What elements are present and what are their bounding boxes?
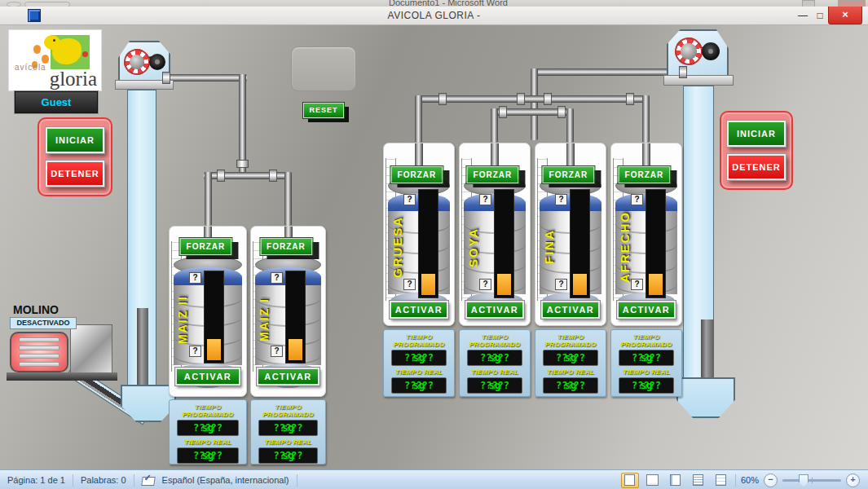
level-bottom-value: ? — [479, 279, 491, 290]
reset-button[interactable]: RESET — [303, 103, 344, 118]
silo-level-gauge — [645, 189, 666, 298]
pipe — [531, 68, 538, 140]
right-elevator-plate — [663, 75, 734, 86]
draft-view-button[interactable] — [712, 473, 730, 488]
level-bottom-value: ? — [189, 346, 201, 357]
zoom-in-button[interactable]: + — [846, 474, 860, 487]
word-count[interactable]: Palabras: 0 — [81, 475, 126, 485]
pipe — [642, 95, 650, 143]
pipe — [415, 95, 650, 103]
tiempo-real-display: ?????sg — [177, 447, 239, 464]
detener-button-left[interactable]: DETENER — [46, 161, 104, 187]
silo-name-label: MAIZ I — [258, 275, 271, 363]
silo-name-label: FINA — [542, 196, 556, 298]
activar-button[interactable]: ACTIVAR — [175, 368, 240, 385]
outer-window-strip: Documento1 - Microsoft Word — [0, 0, 868, 7]
logo-text-small: avícola — [15, 63, 46, 72]
tiempo-real-display: ?????sg — [258, 447, 318, 464]
activar-button[interactable]: ACTIVAR — [257, 368, 319, 385]
iniciar-button-right[interactable]: INICIAR — [727, 121, 786, 147]
silo-level-fill — [421, 274, 435, 295]
pipe — [163, 74, 247, 82]
page-indicator[interactable]: Página: 1 de 1 — [7, 475, 65, 485]
silo-level-gauge — [204, 271, 224, 363]
forzar-button[interactable]: FORZAR — [618, 166, 670, 183]
window-title: AVICOLA GLORIA - — [0, 10, 868, 21]
silo-level-fill — [207, 339, 221, 360]
forzar-button[interactable]: FORZAR — [390, 166, 443, 183]
level-top-value: ? — [189, 272, 201, 284]
activar-button[interactable]: ACTIVAR — [541, 301, 600, 319]
level-top-value: ? — [479, 194, 491, 205]
detener-button-right[interactable]: DETENER — [727, 154, 786, 180]
zoom-out-button[interactable]: − — [764, 474, 778, 487]
silo-card: FORZAR ? ? SOYA ACTIVAR — [459, 143, 531, 326]
left-elevator-wheel-icon — [149, 54, 165, 70]
outer-window-title: Documento1 - Microsoft Word — [350, 0, 546, 7]
silo-level-fill — [649, 274, 663, 295]
screen: Documento1 - Microsoft Word AVICOLA GLOR… — [0, 0, 868, 489]
tiempo-programado-label: TIEMPO PROGRAMADO — [535, 333, 606, 348]
tiempo-programado-label: TIEMPO PROGRAMADO — [611, 333, 681, 348]
pipe — [205, 172, 212, 226]
minimize-button[interactable]: — — [795, 10, 810, 23]
silo-card: FORZAR ? ? GRUESA ACTIVAR — [383, 143, 455, 326]
right-elevator-hopper — [676, 377, 735, 418]
left-elevator-boot — [121, 385, 176, 422]
pipe-flange — [217, 170, 225, 182]
close-button[interactable]: × — [828, 7, 862, 24]
outer-maximize-partial — [802, 0, 815, 7]
forzar-button[interactable]: FORZAR — [260, 238, 312, 255]
silo-card: FORZAR ? ? FINA ACTIVAR — [535, 143, 606, 326]
activar-button[interactable]: ACTIVAR — [390, 301, 448, 319]
right-elevator-inner-pipe — [701, 319, 714, 383]
pipe — [415, 95, 422, 143]
tiempo-programado-display: ?????sg — [543, 350, 598, 366]
silo-name-label: AFRECHO — [618, 196, 632, 298]
timer-panel: TIEMPO PROGRAMADO ?????sg TIEMPO REAL ??… — [169, 399, 247, 465]
tiempo-programado-display: ?????sg — [391, 350, 447, 366]
silo-level-fill — [497, 274, 511, 295]
pipe-flange — [236, 160, 249, 168]
silo-level-fill — [573, 274, 587, 295]
tiempo-real-label: TIEMPO REAL — [460, 368, 530, 376]
silo-name-label: GRUESA — [390, 196, 404, 298]
web-layout-view-button[interactable] — [667, 473, 685, 488]
proofing-status-icon[interactable]: ✓ — [142, 475, 155, 485]
silo-level-gauge — [418, 189, 438, 298]
level-top-value: ? — [555, 194, 567, 205]
tiempo-real-display: ?????sg — [391, 377, 447, 394]
level-bottom-value: ? — [555, 279, 567, 290]
pipe — [284, 172, 292, 226]
print-layout-view-button[interactable] — [621, 473, 639, 488]
tiempo-real-label: TIEMPO REAL — [251, 438, 325, 446]
forzar-button[interactable]: FORZAR — [542, 166, 594, 183]
iniciar-button-left[interactable]: INICIAR — [46, 127, 104, 153]
silo-name-label: SOYA — [466, 196, 480, 298]
forzar-button[interactable]: FORZAR — [179, 238, 231, 255]
pipe-flange — [626, 93, 634, 105]
silo-level-gauge — [494, 189, 514, 298]
zoom-slider-thumb[interactable] — [799, 474, 809, 487]
level-top-value: ? — [403, 194, 416, 205]
pipe — [534, 68, 683, 76]
molino-base — [7, 372, 117, 381]
left-elevator-motor-icon — [124, 49, 150, 75]
activar-button[interactable]: ACTIVAR — [617, 301, 676, 319]
outline-view-button[interactable] — [690, 473, 707, 488]
activar-button[interactable]: ACTIVAR — [465, 301, 524, 319]
silo-card: FORZAR ? ? MAIZ I ACTIVAR — [250, 226, 326, 397]
forzar-button[interactable]: FORZAR — [466, 166, 518, 183]
tiempo-programado-label: TIEMPO PROGRAMADO — [251, 403, 325, 418]
tiempo-real-display: ?????sg — [543, 377, 598, 394]
zoom-level[interactable]: 60% — [741, 475, 759, 485]
company-logo: avícola gloria — [8, 29, 102, 91]
fullscreen-reading-view-button[interactable] — [644, 473, 662, 488]
pipe — [491, 108, 498, 143]
maximize-button[interactable]: □ — [813, 10, 826, 23]
tiempo-programado-display: ?????sg — [177, 420, 239, 436]
pipe-flange — [517, 93, 525, 105]
language-indicator[interactable]: Español (España, internacional) — [162, 475, 289, 485]
tiempo-real-label: TIEMPO REAL — [170, 438, 246, 446]
zoom-slider-track[interactable] — [782, 479, 841, 482]
